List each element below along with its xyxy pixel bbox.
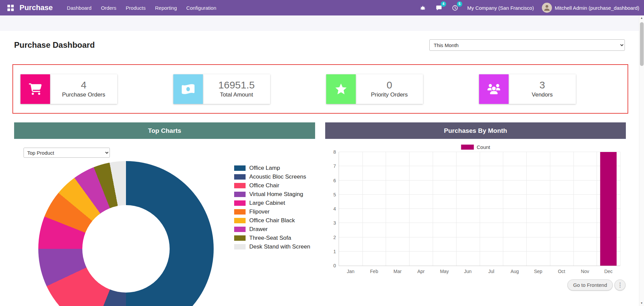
legend-item[interactable]: Office Lamp xyxy=(234,164,310,173)
legend-swatch xyxy=(234,192,246,197)
menu-products[interactable]: Products xyxy=(121,2,150,13)
legend-swatch xyxy=(234,165,246,171)
y-axis-tick: 6 xyxy=(333,178,336,183)
legend-item[interactable]: Large Cabinet xyxy=(234,199,310,207)
top-product-donut[interactable] xyxy=(38,161,214,306)
x-axis-tick: Oct xyxy=(558,269,565,274)
top-menu: Dashboard Orders Products Reporting Conf… xyxy=(62,2,221,13)
purchases-by-month-header: Purchases By Month xyxy=(325,122,626,139)
legend-label: Drawer xyxy=(249,226,268,233)
menu-orders[interactable]: Orders xyxy=(96,2,121,13)
legend-swatch xyxy=(234,174,246,180)
kpi-card-body: 16951.5 Total Amount xyxy=(203,74,270,104)
user-menu[interactable]: Mitchell Admin (purchase_dashboard) xyxy=(542,3,639,13)
kpi-value: 4 xyxy=(81,80,87,90)
user-name: Mitchell Admin (purchase_dashboard) xyxy=(555,5,639,11)
bar-legend-swatch xyxy=(461,145,474,150)
legend-label: Virtual Home Staging xyxy=(249,191,303,198)
top-charts-header: Top Charts xyxy=(14,122,315,139)
kpi-label: Total Amount xyxy=(220,91,253,98)
debug-button[interactable] xyxy=(419,4,427,12)
legend-item[interactable]: Desk Stand with Screen xyxy=(234,242,310,251)
v-gridline xyxy=(409,152,410,266)
legend-label: Desk Stand with Screen xyxy=(249,243,310,250)
kpi-purchase-orders[interactable]: 4 Purchase Orders xyxy=(20,74,117,104)
legend-label: Office Chair Black xyxy=(249,217,295,224)
apps-menu-button[interactable] xyxy=(5,2,16,13)
legend-swatch xyxy=(234,218,246,223)
frontend-widget: Go to Frontend ⋮ xyxy=(567,279,626,291)
legend-item[interactable]: Virtual Home Staging xyxy=(234,190,310,199)
legend-label: Acoustic Bloc Screens xyxy=(249,174,306,180)
y-axis-tick: 5 xyxy=(333,192,336,197)
v-gridline xyxy=(550,152,550,266)
bar-legend-label: Count xyxy=(477,144,490,150)
scrollbar-thumb[interactable] xyxy=(640,22,644,66)
bar-dec[interactable] xyxy=(600,152,617,266)
v-gridline xyxy=(526,152,527,266)
y-axis-tick: 8 xyxy=(333,149,336,155)
kpi-card-body: 0 Priority Orders xyxy=(356,74,423,104)
v-gridline xyxy=(386,152,386,266)
scrollbar[interactable]: ▲ ▼ xyxy=(639,15,644,306)
widget-menu-button[interactable]: ⋮ xyxy=(614,279,626,291)
users-icon xyxy=(479,74,509,104)
avatar xyxy=(542,3,552,13)
app-name[interactable]: Purchase xyxy=(19,3,53,12)
purchases-by-month-panel: Purchases By Month Count 012345678JanFeb… xyxy=(325,122,626,306)
bar-chart-legend[interactable]: Count xyxy=(461,144,490,150)
kpi-priority-orders[interactable]: 0 Priority Orders xyxy=(326,74,423,104)
kpi-vendors[interactable]: 3 Vendors xyxy=(479,74,576,104)
kebab-icon: ⋮ xyxy=(617,282,623,288)
legend-swatch xyxy=(234,183,246,188)
legend-item[interactable]: Acoustic Bloc Screens xyxy=(234,173,310,181)
scroll-up-button[interactable]: ▲ xyxy=(639,16,644,21)
x-axis-tick: Jul xyxy=(488,269,494,274)
menu-reporting[interactable]: Reporting xyxy=(151,2,182,13)
page-title: Purchase Dashboard xyxy=(14,40,95,50)
top-charts-body: Top Product Office LampAcoustic Bloc Scr… xyxy=(14,139,315,306)
x-axis-tick: Feb xyxy=(370,269,378,274)
kpi-card-body: 3 Vendors xyxy=(509,74,576,104)
kpi-card-body: 4 Purchase Orders xyxy=(50,74,117,104)
control-panel-strip xyxy=(0,15,644,31)
legend-item[interactable]: Drawer xyxy=(234,225,310,234)
chart-filter-select[interactable]: Top Product xyxy=(24,148,110,158)
v-gridline xyxy=(480,152,480,266)
bar-chart-plot: 012345678JanFebMarAprMayJunJulAugSepOctN… xyxy=(339,152,620,266)
y-axis-tick: 0 xyxy=(333,263,336,268)
legend-item[interactable]: Office Chair Black xyxy=(234,216,310,225)
activities-button[interactable]: 5 xyxy=(451,4,459,12)
legend-label: Three-Seat Sofa xyxy=(249,235,291,241)
y-axis-tick: 4 xyxy=(333,206,336,212)
kpi-row: 4 Purchase Orders 16951.5 Total Amount 0… xyxy=(12,64,628,114)
v-gridline xyxy=(573,152,574,266)
legend-item[interactable]: Office Chair xyxy=(234,181,310,190)
x-axis-tick: Mar xyxy=(393,269,401,274)
v-gridline xyxy=(597,152,597,266)
money-icon xyxy=(173,74,203,104)
kpi-total-amount[interactable]: 16951.5 Total Amount xyxy=(173,74,270,104)
panel-title: Purchases By Month xyxy=(444,127,507,135)
y-axis-tick: 3 xyxy=(333,220,336,226)
menu-dashboard[interactable]: Dashboard xyxy=(62,2,96,13)
donut-legend: Office LampAcoustic Bloc ScreensOffice C… xyxy=(234,164,310,251)
messages-button[interactable]: 4 xyxy=(435,4,443,12)
legend-item[interactable]: Flipover xyxy=(234,207,310,216)
company-switcher[interactable]: My Company (San Francisco) xyxy=(467,5,534,11)
legend-swatch xyxy=(234,235,246,241)
x-axis-tick: Apr xyxy=(417,269,425,274)
y-axis-tick: 7 xyxy=(333,163,336,169)
v-gridline xyxy=(620,152,620,266)
x-axis-tick: Sep xyxy=(534,269,542,274)
v-gridline xyxy=(433,152,433,266)
period-select[interactable]: This Month xyxy=(429,39,625,51)
scroll-down-button[interactable]: ▼ xyxy=(639,301,644,306)
kpi-label: Vendors xyxy=(532,91,553,98)
legend-label: Flipover xyxy=(249,208,269,215)
go-to-frontend-button[interactable]: Go to Frontend xyxy=(567,279,613,291)
panel-title: Top Charts xyxy=(148,127,181,135)
menu-configuration[interactable]: Configuration xyxy=(182,2,221,13)
legend-item[interactable]: Three-Seat Sofa xyxy=(234,234,310,242)
page-head: Purchase Dashboard This Month xyxy=(0,31,644,51)
